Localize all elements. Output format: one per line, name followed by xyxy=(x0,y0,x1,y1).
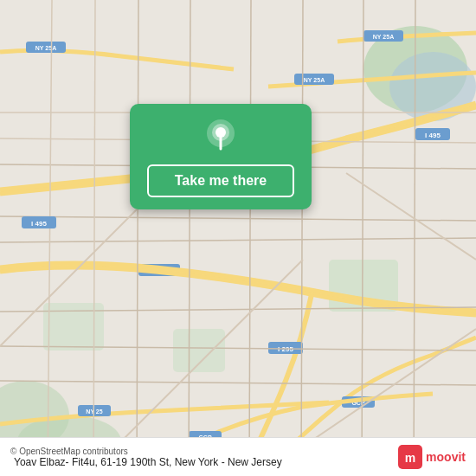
svg-text:NY 25: NY 25 xyxy=(86,408,102,415)
take-me-there-card: Take me there xyxy=(130,104,312,209)
moovit-label: moovit xyxy=(426,450,466,464)
svg-text:I 495: I 495 xyxy=(425,132,441,139)
moovit-icon: m xyxy=(398,445,422,469)
svg-text:NY 25A: NY 25A xyxy=(35,45,56,51)
location-pin-icon xyxy=(202,118,240,156)
svg-rect-7 xyxy=(43,303,104,351)
svg-rect-6 xyxy=(173,329,225,372)
map-container: I 495 I 295 GCP GCP NY 25A NY 25A NY 25 … xyxy=(0,0,476,476)
svg-text:NY 25A: NY 25A xyxy=(373,34,394,40)
svg-text:m: m xyxy=(405,451,415,465)
map-background: I 495 I 295 GCP GCP NY 25A NY 25A NY 25 … xyxy=(0,0,476,476)
svg-text:NY 25A: NY 25A xyxy=(304,77,325,83)
moovit-logo: m moovit xyxy=(398,445,466,469)
take-me-there-button[interactable]: Take me there xyxy=(147,164,294,197)
bottom-bar: © OpenStreetMap contributors Yoav Elbaz-… xyxy=(0,437,476,476)
svg-text:I 495: I 495 xyxy=(31,220,47,228)
openstreetmap-attribution: © OpenStreetMap contributors xyxy=(10,447,398,456)
location-address: Yoav Elbaz- Fit4u, 61-19 190th St, New Y… xyxy=(14,456,398,468)
